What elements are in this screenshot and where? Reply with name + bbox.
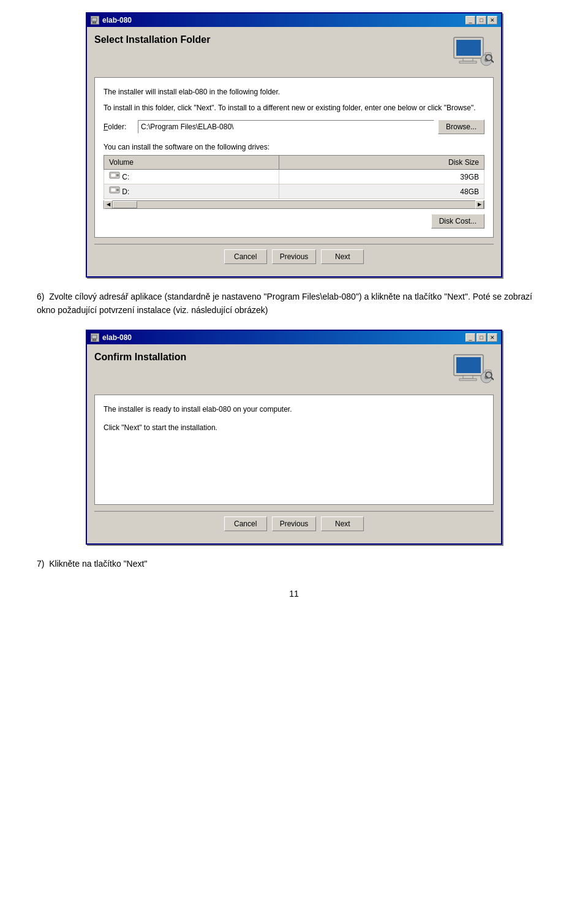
dialog1-header-area: Select Installation Folder	[94, 34, 494, 71]
dialog2-minimize-button[interactable]: _	[466, 333, 475, 342]
svg-rect-20	[92, 340, 96, 341]
paragraph2: 7) Klikněte na tlačítko "Next"	[37, 557, 551, 570]
svg-point-14	[116, 174, 119, 176]
svg-rect-1	[93, 21, 96, 23]
dialog2: elab-080 _ □ ✕ Confirm Installation	[86, 330, 502, 545]
paragraph1-text: Zvolte cílový adresář aplikace (standard…	[37, 292, 532, 315]
minimize-button[interactable]: _	[466, 16, 475, 25]
svg-point-17	[116, 189, 119, 191]
folder-input[interactable]	[138, 120, 434, 134]
drive2-name: D:	[104, 184, 279, 199]
disk-cost-row: Disk Cost...	[104, 214, 484, 229]
svg-rect-13	[111, 173, 116, 177]
dialog2-content-box: The installer is ready to install elab-0…	[94, 395, 494, 505]
svg-rect-19	[93, 339, 96, 340]
dialog2-content-line1: The installer is ready to install elab-0…	[104, 404, 484, 415]
dialog2-header-area: Confirm Installation	[94, 352, 494, 388]
drive-icon	[109, 171, 120, 180]
svg-rect-16	[111, 188, 116, 192]
table-row: C: 39GB	[104, 170, 484, 184]
previous-button-2[interactable]: Previous	[272, 516, 317, 531]
next-button-1[interactable]: Next	[321, 249, 364, 264]
svg-rect-22	[456, 357, 481, 373]
dialog2-content-line2: Click "Next" to start the installation.	[104, 422, 484, 433]
svg-rect-18	[92, 335, 97, 339]
dialog1: elab-080 _ □ ✕ Select Installation Folde…	[86, 12, 502, 278]
step-number-1: 6)	[37, 292, 44, 301]
svg-rect-0	[92, 18, 97, 21]
drive1-name: C:	[104, 170, 279, 184]
dialog2-computer-icon	[451, 352, 494, 388]
dialog2-footer: Cancel Previous Next	[94, 511, 494, 536]
svg-rect-23	[463, 376, 473, 379]
paragraph1: 6) Zvolte cílový adresář aplikace (stand…	[37, 290, 551, 317]
drives-section: You can install the software on the foll…	[104, 142, 484, 209]
dialog1-title: elab-080	[91, 16, 132, 25]
svg-rect-4	[456, 40, 481, 56]
drive-icon	[109, 186, 120, 194]
cancel-button-2[interactable]: Cancel	[224, 516, 267, 531]
previous-button-1[interactable]: Previous	[272, 249, 317, 264]
drives-table: Volume Disk Size	[104, 155, 484, 199]
svg-rect-6	[459, 61, 477, 63]
next-button-2[interactable]: Next	[321, 516, 364, 531]
drive2-size: 48GB	[279, 184, 484, 199]
svg-rect-2	[92, 23, 96, 23]
content-line1: The installer will install elab-080 in t…	[104, 86, 484, 97]
disk-cost-button[interactable]: Disk Cost...	[431, 214, 484, 229]
browse-button[interactable]: Browse...	[438, 119, 484, 134]
folder-label: Folder:	[104, 121, 134, 132]
scroll-track	[113, 201, 475, 208]
dialog1-footer: Cancel Previous Next	[94, 244, 494, 269]
dialog1-titlebar: elab-080 _ □ ✕	[87, 13, 501, 27]
scroll-thumb[interactable]	[113, 201, 137, 208]
col-disksize: Disk Size	[279, 156, 484, 170]
close-button[interactable]: ✕	[488, 16, 497, 25]
col-volume: Volume	[104, 156, 279, 170]
dialog1-title-icon	[91, 16, 99, 25]
folder-row: Folder: Browse...	[104, 119, 484, 134]
drive1-size: 39GB	[279, 170, 484, 184]
computer-icon	[451, 34, 494, 71]
drives-text: You can install the software on the foll…	[104, 142, 484, 153]
titlebar-buttons: _ □ ✕	[466, 16, 497, 25]
scrollbar-row[interactable]: ◀ ▶	[104, 200, 484, 209]
table-row: D: 48GB	[104, 184, 484, 199]
dialog2-titlebar-buttons: _ □ ✕	[466, 333, 497, 342]
page-number: 11	[37, 589, 551, 599]
svg-rect-5	[463, 58, 473, 61]
scroll-left-arrow[interactable]: ◀	[104, 200, 113, 209]
scroll-right-arrow[interactable]: ▶	[475, 200, 484, 209]
dialog1-header-title: Select Installation Folder	[94, 34, 210, 45]
dialog2-body: Confirm Installation The installer is re…	[87, 344, 501, 543]
maximize-button[interactable]: □	[477, 16, 486, 25]
dialog2-header-title: Confirm Installation	[94, 352, 186, 363]
step-number-2: 7)	[37, 559, 44, 569]
dialog1-content-box: The installer will install elab-080 in t…	[94, 77, 494, 238]
svg-rect-24	[459, 379, 477, 380]
paragraph2-text: Klikněte na tlačítko "Next"	[49, 559, 147, 569]
dialog2-titlebar: elab-080 _ □ ✕	[87, 331, 501, 344]
dialog2-title: elab-080	[91, 333, 132, 342]
dialog1-body: Select Installation Folder	[87, 27, 501, 276]
content-line2: To install in this folder, click "Next".…	[104, 102, 484, 113]
dialog2-close-button[interactable]: ✕	[488, 333, 497, 342]
dialog2-maximize-button[interactable]: □	[477, 333, 486, 342]
cancel-button-1[interactable]: Cancel	[224, 249, 267, 264]
dialog2-title-icon	[91, 333, 99, 342]
